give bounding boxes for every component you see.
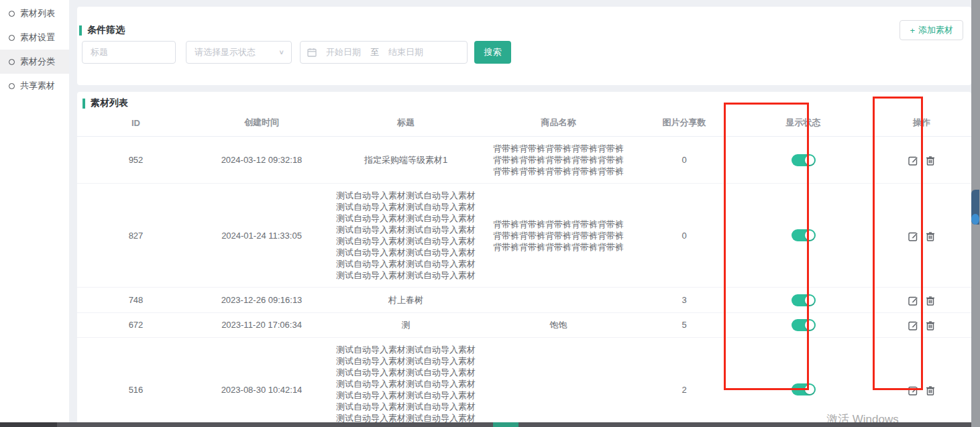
date-range-picker[interactable]: 开始日期 至 结束日期: [300, 41, 468, 64]
cell-product: 饱饱: [483, 312, 634, 338]
delete-icon[interactable]: [926, 231, 935, 241]
cell-title: 指定采购端等级素材1: [329, 137, 483, 184]
col-header-shares: 图片分享数: [634, 111, 734, 137]
sidebar-item-label: 共享素材: [20, 80, 55, 92]
sidebar-item-label: 素材列表: [20, 7, 55, 19]
table-row: 672 2023-11-20 17:06:34 测 饱饱 5: [77, 312, 971, 338]
filter-card: 条件筛选 标题 请选择显示状态 ∨ 开始日期 至 结束日期 搜索 + 添加素材: [77, 7, 971, 85]
sidebar: 素材列表 素材设置 素材分类 共享素材: [0, 0, 69, 427]
cell-product: [483, 338, 634, 427]
cell-shares: 0: [634, 137, 734, 184]
toggle-knob: [805, 385, 814, 394]
toggle-knob: [805, 231, 814, 240]
toggle-knob: [805, 320, 814, 330]
display-status-toggle[interactable]: [792, 229, 816, 241]
title-input[interactable]: 标题: [82, 41, 176, 64]
radio-circle-icon: [9, 59, 15, 65]
delete-icon[interactable]: [926, 296, 935, 306]
status-select-placeholder: 请选择显示状态: [195, 46, 256, 58]
cell-shares: 5: [634, 312, 734, 338]
col-header-title: 标题: [329, 111, 483, 137]
display-status-toggle[interactable]: [792, 154, 816, 166]
col-header-ops: 操作: [872, 111, 971, 137]
bottom-bar-teal-segment: [493, 422, 519, 427]
table-row: 827 2024-01-24 11:33:05 测试自动导入素材测试自动导入素材…: [77, 184, 971, 288]
table-body: 952 2024-03-12 09:32:18 指定采购端等级素材1 背带裤背带…: [77, 137, 971, 427]
filter-section-title: 条件筛选: [79, 24, 125, 36]
cell-created: 2024-03-12 09:32:18: [195, 137, 329, 184]
edit-icon[interactable]: [908, 320, 918, 330]
cell-operations: [872, 184, 971, 288]
delete-icon[interactable]: [926, 320, 935, 330]
chevron-down-icon: ∨: [278, 48, 284, 56]
display-status-toggle[interactable]: [792, 294, 816, 306]
table-row: 748 2023-12-26 09:16:13 村上春树 3: [77, 288, 971, 313]
radio-circle-icon: [9, 83, 15, 89]
cell-created: 2023-08-30 10:42:14: [195, 338, 329, 427]
cell-title: 测: [329, 312, 483, 338]
sidebar-item-material-list[interactable]: 素材列表: [0, 1, 69, 25]
delete-icon[interactable]: [926, 385, 935, 395]
cell-operations: [872, 288, 971, 313]
cell-status: [734, 137, 872, 184]
toggle-knob: [805, 156, 814, 165]
plus-icon: +: [910, 25, 915, 36]
col-header-status: 显示状态: [734, 111, 872, 137]
radio-circle-icon: [9, 35, 15, 41]
edit-icon[interactable]: [908, 296, 918, 306]
add-material-button[interactable]: + 添加素材: [900, 20, 963, 40]
add-material-label: 添加素材: [918, 24, 953, 36]
material-table: ID 创建时间 标题 商品名称 图片分享数 显示状态 操作 952 2024-0…: [77, 111, 971, 427]
date-separator: 至: [370, 46, 379, 58]
cell-title: 测试自动导入素材测试自动导入素材测试自动导入素材测试自动导入素材测试自动导入素材…: [329, 184, 483, 288]
table-header-row: ID 创建时间 标题 商品名称 图片分享数 显示状态 操作: [77, 111, 971, 137]
col-header-id: ID: [77, 111, 195, 137]
bottom-edge-bar: [0, 422, 971, 427]
col-header-product: 商品名称: [483, 111, 634, 137]
cell-id: 827: [77, 184, 195, 288]
date-start-placeholder: 开始日期: [326, 46, 361, 58]
floating-blue-widget[interactable]: [971, 190, 979, 225]
cell-id: 952: [77, 137, 195, 184]
cell-shares: 3: [634, 288, 734, 313]
cell-id: 748: [77, 288, 195, 313]
cell-product: 背带裤背带裤背带裤背带裤背带裤背带裤背带裤背带裤背带裤背带裤背带裤背带裤背带裤背…: [483, 184, 634, 288]
cell-title: 村上春树: [329, 288, 483, 313]
title-input-placeholder: 标题: [91, 46, 108, 58]
section-accent-bar: [83, 99, 85, 109]
toggle-knob: [805, 296, 814, 305]
cell-id: 516: [77, 338, 195, 427]
delete-icon[interactable]: [926, 156, 935, 166]
cell-operations: [872, 312, 971, 338]
display-status-toggle[interactable]: [792, 383, 816, 395]
table-row: 952 2024-03-12 09:32:18 指定采购端等级素材1 背带裤背带…: [77, 137, 971, 184]
section-accent-bar: [79, 25, 82, 36]
cell-shares: 0: [634, 184, 734, 288]
edit-icon[interactable]: [908, 156, 918, 166]
status-select[interactable]: 请选择显示状态 ∨: [186, 41, 292, 64]
display-status-toggle[interactable]: [792, 319, 816, 331]
cell-title: 测试自动导入素材测试自动导入素材测试自动导入素材测试自动导入素材测试自动导入素材…: [329, 338, 483, 427]
sidebar-item-label: 素材分类: [20, 56, 55, 68]
edit-icon[interactable]: [908, 231, 918, 241]
cell-created: 2023-12-26 09:16:13: [195, 288, 329, 313]
edit-icon[interactable]: [908, 385, 918, 395]
sidebar-item-shared-material[interactable]: 共享素材: [0, 74, 69, 98]
sidebar-item-material-settings[interactable]: 素材设置: [0, 25, 69, 50]
cell-status: [734, 288, 872, 313]
cell-product: 背带裤背带裤背带裤背带裤背带裤背带裤背带裤背带裤背带裤背带裤背带裤背带裤背带裤背…: [483, 137, 634, 184]
cell-status: [734, 312, 872, 338]
cell-product: [483, 288, 634, 313]
col-header-created: 创建时间: [195, 111, 329, 137]
date-end-placeholder: 结束日期: [388, 46, 423, 58]
sidebar-item-label: 素材设置: [20, 32, 55, 44]
material-table-card: 素材列表 ID 创建时间 标题 商品名称 图片分享数 显示状态 操作 95: [77, 92, 971, 427]
cell-shares: 2: [634, 338, 734, 427]
search-button[interactable]: 搜索: [474, 41, 511, 64]
calendar-icon: [307, 48, 317, 57]
cell-operations: [872, 137, 971, 184]
sidebar-item-material-category[interactable]: 素材分类: [0, 50, 69, 74]
page: 素材列表 素材设置 素材分类 共享素材 条件筛选 标题 请选择显示状态 ∨: [0, 0, 980, 427]
table-section-title: 素材列表: [83, 97, 971, 109]
cell-status: [734, 184, 872, 288]
